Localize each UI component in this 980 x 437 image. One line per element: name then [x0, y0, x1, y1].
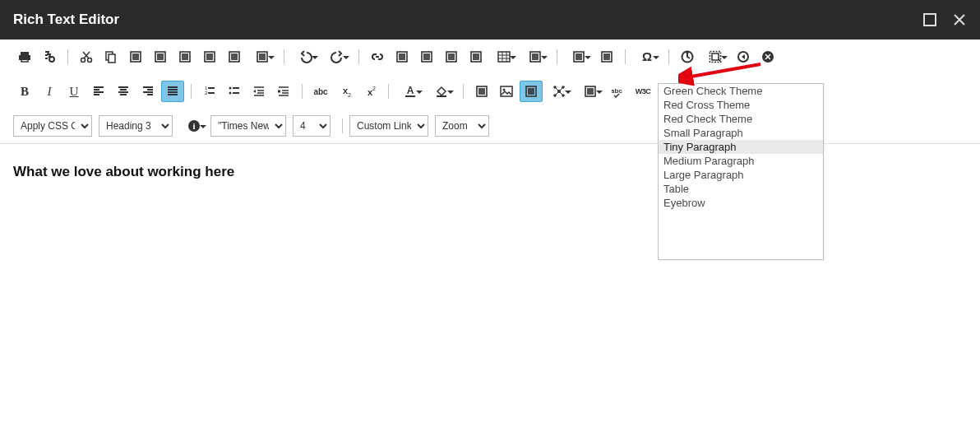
subscript-button[interactable]: x2 [334, 81, 357, 102]
style-builder-button[interactable] [732, 46, 755, 67]
document-manager-button[interactable] [440, 46, 463, 67]
print-button[interactable] [13, 46, 36, 67]
svg-rect-18 [231, 53, 238, 60]
paste-html-button[interactable] [198, 46, 221, 67]
template-option[interactable]: Red Check Theme [659, 112, 823, 126]
underline-button[interactable]: U [62, 81, 86, 102]
svg-rect-1 [21, 52, 29, 55]
separator [388, 84, 389, 99]
align-right-button[interactable] [136, 81, 159, 102]
maximize-button[interactable] [922, 12, 937, 27]
cut-button[interactable] [75, 46, 98, 67]
svg-rect-35 [603, 53, 610, 60]
abc-button[interactable]: abc [309, 81, 332, 102]
template-button[interactable] [700, 46, 730, 67]
find-button[interactable] [38, 46, 61, 67]
absolute-button[interactable] [576, 81, 605, 102]
unordered-list-button[interactable] [223, 81, 246, 102]
svg-rect-31 [532, 53, 539, 60]
svg-rect-2 [19, 55, 30, 60]
svg-rect-16 [206, 53, 213, 60]
font-size-combo[interactable]: 4 [293, 115, 331, 137]
spellcheck-button[interactable]: abc [607, 81, 630, 102]
templates-dropdown-menu[interactable]: Green Check ThemeRed Cross ThemeRed Chec… [658, 83, 824, 260]
back-color-button[interactable] [427, 81, 456, 102]
align-left-button[interactable] [87, 81, 110, 102]
zoom-combo[interactable]: Zoom [435, 115, 489, 137]
editor-content-area[interactable]: What we love about working here [0, 144, 980, 200]
svg-text:A: A [407, 85, 414, 96]
date-time-button[interactable] [676, 46, 699, 67]
format-stripper-button[interactable] [564, 46, 594, 67]
svg-text:2: 2 [348, 92, 351, 98]
link-manager-button[interactable] [366, 46, 389, 67]
svg-rect-29 [498, 52, 510, 62]
template-option[interactable]: Green Check Theme [659, 84, 823, 98]
insert-image-button[interactable] [495, 81, 518, 102]
separator [191, 84, 192, 99]
w3c-button[interactable]: W3C [631, 81, 654, 102]
align-center-button[interactable] [112, 81, 135, 102]
font-name-combo[interactable]: "Times New ... [210, 115, 286, 137]
separator [668, 49, 669, 64]
apply-css-class-combo[interactable]: Apply CSS Cl... [13, 115, 92, 137]
toolbar-row-2: BIU12abcx2x2AabcW3C [0, 74, 980, 109]
redo-button[interactable] [322, 46, 352, 67]
separator [302, 84, 303, 99]
format-painter-button[interactable] [247, 46, 277, 67]
indent-button[interactable] [247, 81, 270, 102]
align-justify-button[interactable] [161, 81, 184, 102]
superscript-button[interactable]: x2 [358, 81, 381, 102]
italic-button[interactable]: I [38, 81, 61, 102]
svg-rect-28 [473, 53, 479, 60]
paste-rtf-button[interactable] [223, 46, 246, 67]
paragraph-style-combo[interactable]: Heading 3 [99, 115, 173, 137]
heading-text[interactable]: What we love about working here [13, 164, 967, 180]
svg-rect-12 [157, 53, 164, 60]
paste-word-button[interactable] [173, 46, 196, 67]
close-button[interactable] [952, 12, 967, 27]
about-dropdown[interactable]: i [179, 115, 209, 137]
template-option[interactable]: Medium Paragraph [659, 154, 823, 168]
groupbox-button[interactable] [470, 81, 493, 102]
template-option[interactable]: Table [659, 182, 823, 196]
template-option[interactable]: Tiny Paragraph [659, 140, 823, 154]
bold-button[interactable]: B [13, 81, 36, 102]
ordered-list-button[interactable]: 12 [198, 81, 221, 102]
separator [625, 49, 626, 64]
paste-text-button[interactable] [149, 46, 172, 67]
special-char-button[interactable]: Ω [632, 46, 662, 67]
template-option[interactable]: Red Cross Theme [659, 98, 823, 112]
template-option[interactable]: Eyebrow [659, 196, 823, 210]
svg-text:2: 2 [205, 91, 208, 95]
svg-rect-54 [478, 88, 485, 95]
paste-button[interactable] [124, 46, 147, 67]
template-option[interactable]: Large Paragraph [659, 168, 823, 182]
media-manager-button[interactable] [415, 46, 438, 67]
toolbar: Ω BIU12abcx2x2AabcW3C Apply CSS Cl... He… [0, 40, 980, 144]
svg-rect-65 [587, 88, 594, 95]
font-color-button[interactable]: A [395, 81, 425, 102]
separator [342, 119, 343, 133]
table-button[interactable] [489, 46, 519, 67]
xhtml-validator-button[interactable] [756, 46, 779, 67]
template-option[interactable]: Small Paragraph [659, 126, 823, 140]
undo-button[interactable] [291, 46, 321, 67]
table-wizard-button[interactable] [520, 46, 550, 67]
svg-text:i: i [192, 121, 195, 131]
image-map-button[interactable] [520, 81, 543, 102]
separator [358, 49, 359, 64]
module-button[interactable] [544, 81, 574, 102]
separator [67, 49, 68, 64]
svg-point-45 [229, 92, 232, 95]
outdent-button[interactable] [272, 81, 295, 102]
svg-rect-51 [405, 95, 415, 97]
image-manager-button[interactable] [391, 46, 414, 67]
separator [557, 49, 557, 64]
copy-button[interactable] [99, 46, 122, 67]
custom-links-combo[interactable]: Custom Links [349, 115, 428, 137]
svg-rect-14 [182, 53, 188, 60]
snippet-button[interactable] [595, 46, 618, 67]
flash-manager-button[interactable] [465, 46, 488, 67]
svg-rect-39 [712, 53, 719, 60]
